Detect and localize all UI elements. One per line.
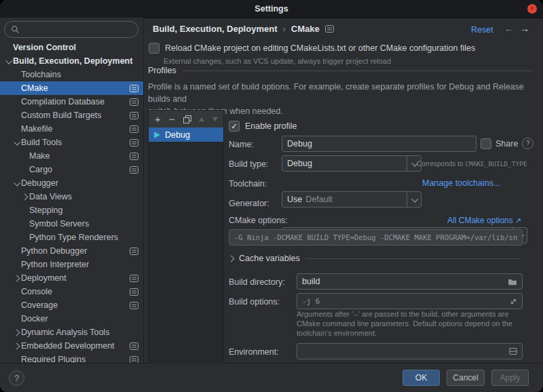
external-link-icon: ↗ (515, 216, 521, 225)
reload-hint: External changes, such as VCS update, al… (164, 57, 391, 65)
sidebar-item-required-plugins[interactable]: Required Plugins (0, 353, 143, 364)
profile-icon (153, 131, 161, 139)
chevron-down-icon[interactable] (14, 179, 20, 186)
profiles-toolbar: + − (149, 111, 223, 128)
sidebar-item-coverage[interactable]: Coverage (0, 298, 143, 312)
sidebar-item-label: Coverage (21, 300, 58, 310)
back-arrow-icon[interactable]: ← (504, 23, 514, 34)
project-settings-icon (130, 342, 138, 350)
settings-window: Settings × Version ControlBuild, Executi… (0, 0, 543, 392)
settings-search-input[interactable] (4, 21, 138, 38)
help-button[interactable]: ? (9, 370, 24, 386)
environment-input[interactable] (297, 343, 523, 359)
window-title: Settings (255, 4, 288, 14)
environment-label: Environment: (229, 347, 279, 357)
build-directory-input[interactable]: build (297, 273, 523, 290)
toolchain-select[interactable]: Use Default (282, 191, 422, 208)
sidebar-item-custom-build-targets[interactable]: Custom Build Targets (0, 109, 143, 122)
build-options-input[interactable]: -j 6 (297, 293, 523, 309)
sidebar-item-label: Make (29, 151, 50, 161)
reset-link[interactable]: Reset (471, 25, 493, 35)
cmake-options-input[interactable]: -G Ninja -DCMAKE_BUILD_TYPE=Debug -DCMAK… (229, 229, 523, 246)
sidebar-item-embedded-development[interactable]: Embedded Development (0, 339, 143, 353)
profile-list-item[interactable]: Debug (149, 128, 223, 142)
sidebar-item-toolchains[interactable]: Toolchains (0, 68, 143, 81)
sidebar-item-dynamic-analysis-tools[interactable]: Dynamic Analysis Tools (0, 326, 143, 339)
toolchain-label: Toolchain: (229, 179, 267, 189)
sidebar-item-label: Console (21, 287, 52, 296)
breadcrumb-item[interactable]: Build, Execution, Deployment (153, 24, 277, 34)
share-checkbox[interactable] (481, 138, 491, 149)
build-options-hint-line: Arguments after '--' are passed to the b… (297, 309, 512, 319)
sidebar-item-console[interactable]: Console (0, 285, 143, 298)
sidebar-item-makefile[interactable]: Makefile (0, 122, 143, 136)
project-settings-icon (130, 125, 138, 133)
build-options-value: -j 6 (302, 297, 320, 306)
footer: ? OK Cancel Apply (0, 363, 543, 392)
sidebar-item-build-tools[interactable]: Build Tools (0, 136, 143, 149)
cache-variables-section[interactable]: Cache variables (229, 254, 521, 263)
chevron-down-icon[interactable] (14, 138, 20, 145)
project-settings-icon (130, 98, 138, 106)
chevron-right-icon[interactable] (14, 275, 20, 281)
name-value: Debug (287, 139, 312, 149)
sidebar-item-label: Makefile (21, 124, 53, 134)
sidebar-item-symbol-servers[interactable]: Symbol Servers (0, 217, 143, 231)
copy-profile-button[interactable] (183, 115, 191, 123)
sidebar-item-label: Debugger (21, 178, 58, 188)
forward-arrow-icon[interactable]: → (520, 23, 529, 34)
remove-profile-button[interactable]: − (169, 114, 175, 124)
titlebar: Settings × (0, 0, 543, 18)
name-input[interactable]: Debug (282, 136, 476, 152)
sidebar-item-build-execution-deployment[interactable]: Build, Execution, Deployment (0, 54, 143, 68)
sidebar-item-version-control[interactable]: Version Control (0, 41, 143, 54)
move-up-button[interactable] (199, 117, 204, 121)
sidebar-item-debugger[interactable]: Debugger (0, 176, 143, 190)
sidebar-item-make[interactable]: Make (0, 149, 143, 163)
expand-icon[interactable] (510, 298, 517, 305)
project-settings-icon (325, 25, 334, 33)
all-cmake-options-link[interactable]: All CMake options ↗ (447, 216, 521, 225)
close-icon: × (530, 5, 534, 12)
sidebar-item-cmake[interactable]: CMake (0, 81, 143, 95)
chevron-right-icon[interactable] (14, 329, 20, 336)
move-down-button[interactable] (212, 117, 218, 121)
sidebar-item-python-interpreter[interactable]: Python Interpreter (0, 258, 143, 271)
browse-environment-icon[interactable] (509, 347, 517, 355)
apply-button[interactable]: Apply (491, 370, 529, 386)
project-settings-icon (130, 356, 138, 364)
sidebar-item-stepping[interactable]: Stepping (0, 203, 143, 217)
sidebar-item-deployment[interactable]: Deployment (0, 271, 143, 285)
cancel-button[interactable]: Cancel (447, 370, 485, 386)
sidebar-item-compilation-database[interactable]: Compilation Database (0, 95, 143, 109)
chevron-right-icon[interactable] (22, 193, 29, 200)
build-type-select[interactable]: Debug (282, 155, 422, 172)
sidebar-item-label: Compilation Database (21, 97, 105, 106)
sidebar-item-label: Embedded Development (21, 341, 115, 351)
breadcrumb-separator-icon: › (282, 24, 285, 34)
share-row: Share ? (481, 138, 533, 149)
cache-variables-label: Cache variables (239, 254, 300, 263)
project-settings-icon (130, 166, 138, 174)
sidebar-item-python-debugger[interactable]: Python Debugger (0, 244, 143, 258)
reload-row: Reload CMake project on editing CMakeLis… (149, 43, 475, 54)
ok-button[interactable]: OK (402, 370, 440, 386)
folder-icon[interactable] (508, 278, 517, 286)
breadcrumb: Build, Execution, Deployment › CMake (153, 24, 334, 34)
chevron-down-icon[interactable] (5, 57, 12, 64)
manage-toolchains-link[interactable]: Manage toolchains... (422, 178, 500, 188)
close-button[interactable]: × (527, 4, 537, 14)
sidebar-item-data-views[interactable]: Data Views (0, 190, 143, 203)
sidebar-item-label: Version Control (13, 43, 76, 52)
chevron-right-icon[interactable] (14, 342, 20, 349)
sidebar-item-cargo[interactable]: Cargo (0, 163, 143, 176)
share-help-icon[interactable]: ? (522, 138, 533, 149)
reload-cmake-checkbox[interactable] (149, 43, 160, 54)
enable-profile-checkbox[interactable]: ✓ (229, 121, 240, 132)
build-directory-value: build (302, 277, 320, 286)
sidebar-item-docker[interactable]: Docker (0, 312, 143, 326)
sidebar-item-python-type-renderers[interactable]: Python Type Renderers (0, 231, 143, 244)
sidebar-item-label: Python Debugger (21, 246, 87, 256)
add-profile-button[interactable]: + (155, 114, 161, 124)
build-type-hint-prefix: Corresponds to (417, 160, 465, 168)
